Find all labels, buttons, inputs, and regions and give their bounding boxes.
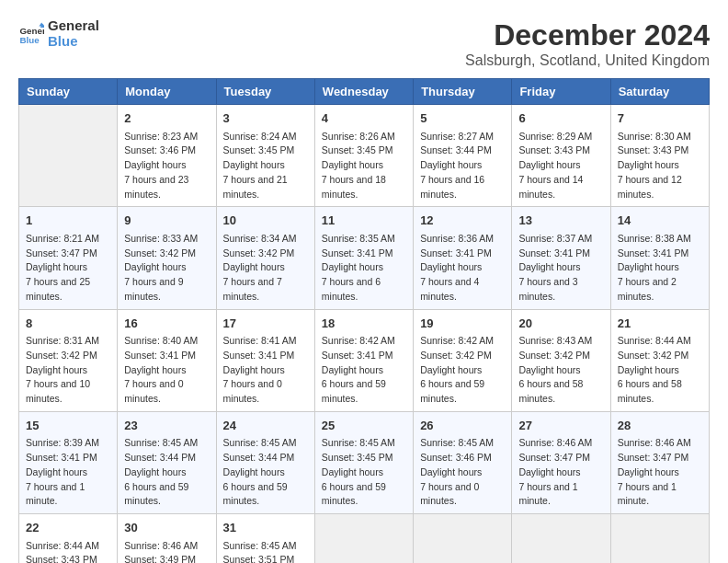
day-number: 12 [420,212,505,230]
day-number: 25 [322,417,406,435]
col-friday: Friday [512,79,610,105]
logo: General Blue General Blue [18,18,99,49]
col-tuesday: Tuesday [216,79,314,105]
day-number: 26 [420,417,505,435]
day-number: 21 [618,315,702,333]
day-number: 20 [518,315,603,333]
calendar-cell: 30Sunrise: 8:46 AMSunset: 3:49 PMDayligh… [118,514,216,564]
day-number: 3 [223,109,308,128]
day-number: 19 [420,315,505,333]
col-saturday: Saturday [610,79,709,105]
day-number: 23 [124,417,209,435]
calendar-cell: 11Sunrise: 8:35 AMSunset: 3:41 PMDayligh… [314,207,413,309]
header-row: Sunday Monday Tuesday Wednesday Thursday… [19,79,710,105]
month-title: December 2024 [465,18,710,52]
calendar-cell: 22Sunrise: 8:44 AMSunset: 3:43 PMDayligh… [19,514,118,564]
calendar-cell [512,514,610,564]
calendar-cell: 5Sunrise: 8:27 AMSunset: 3:44 PMDaylight… [414,105,512,207]
calendar-cell: 20Sunrise: 8:43 AMSunset: 3:42 PMDayligh… [512,309,610,411]
day-number: 30 [124,519,209,537]
calendar-cell: 17Sunrise: 8:41 AMSunset: 3:41 PMDayligh… [216,309,314,411]
calendar-cell: 28Sunrise: 8:46 AMSunset: 3:47 PMDayligh… [610,411,709,513]
calendar-row-3: 8Sunrise: 8:31 AMSunset: 3:42 PMDaylight… [19,309,710,411]
day-number: 14 [618,212,702,230]
page-header: General Blue General Blue December 2024 … [18,18,710,69]
day-number: 5 [420,109,505,128]
calendar-cell: 24Sunrise: 8:45 AMSunset: 3:44 PMDayligh… [216,411,314,513]
calendar-cell: 26Sunrise: 8:45 AMSunset: 3:46 PMDayligh… [414,411,512,513]
calendar-cell: 25Sunrise: 8:45 AMSunset: 3:45 PMDayligh… [314,411,413,513]
day-number: 16 [124,315,209,333]
calendar-cell: 23Sunrise: 8:45 AMSunset: 3:44 PMDayligh… [118,411,216,513]
col-thursday: Thursday [414,79,512,105]
day-number: 31 [223,519,308,537]
calendar-cell: 16Sunrise: 8:40 AMSunset: 3:41 PMDayligh… [118,309,216,411]
calendar-cell [19,105,118,207]
location: Salsburgh, Scotland, United Kingdom [465,52,710,69]
calendar-row-4: 15Sunrise: 8:39 AMSunset: 3:41 PMDayligh… [19,411,710,513]
col-wednesday: Wednesday [314,79,413,105]
day-number: 15 [26,417,110,435]
calendar-cell: 15Sunrise: 8:39 AMSunset: 3:41 PMDayligh… [19,411,118,513]
svg-text:Blue: Blue [19,34,40,44]
calendar-cell: 2Sunrise: 8:23 AMSunset: 3:46 PMDaylight… [118,105,216,207]
day-number: 11 [322,212,406,230]
calendar-cell: 4Sunrise: 8:26 AMSunset: 3:45 PMDaylight… [314,105,413,207]
day-number: 6 [518,109,603,128]
calendar-row-1: 2Sunrise: 8:23 AMSunset: 3:46 PMDaylight… [19,105,710,207]
day-number: 27 [518,417,603,435]
calendar-cell: 31Sunrise: 8:45 AMSunset: 3:51 PMDayligh… [216,514,314,564]
day-number: 22 [26,519,110,537]
calendar-cell [414,514,512,564]
calendar-row-5: 22Sunrise: 8:44 AMSunset: 3:43 PMDayligh… [19,514,710,564]
calendar-cell: 13Sunrise: 8:37 AMSunset: 3:41 PMDayligh… [512,207,610,309]
calendar-cell: 8Sunrise: 8:31 AMSunset: 3:42 PMDaylight… [19,309,118,411]
calendar-cell [314,514,413,564]
calendar-cell: 9Sunrise: 8:33 AMSunset: 3:42 PMDaylight… [118,207,216,309]
calendar-cell: 3Sunrise: 8:24 AMSunset: 3:45 PMDaylight… [216,105,314,207]
calendar-cell: 14Sunrise: 8:38 AMSunset: 3:41 PMDayligh… [610,207,709,309]
title-area: December 2024 Salsburgh, Scotland, Unite… [465,18,710,69]
calendar-table: Sunday Monday Tuesday Wednesday Thursday… [18,78,710,563]
calendar-cell: 10Sunrise: 8:34 AMSunset: 3:42 PMDayligh… [216,207,314,309]
logo-line2: Blue [48,34,99,50]
calendar-cell: 1Sunrise: 8:21 AMSunset: 3:47 PMDaylight… [19,207,118,309]
calendar-cell: 18Sunrise: 8:42 AMSunset: 3:41 PMDayligh… [314,309,413,411]
col-monday: Monday [118,79,216,105]
day-number: 17 [223,315,308,333]
day-number: 28 [618,417,702,435]
calendar-cell: 12Sunrise: 8:36 AMSunset: 3:41 PMDayligh… [414,207,512,309]
day-number: 24 [223,417,308,435]
day-number: 9 [124,212,209,230]
day-number: 7 [618,109,702,128]
calendar-cell: 21Sunrise: 8:44 AMSunset: 3:42 PMDayligh… [610,309,709,411]
calendar-cell: 6Sunrise: 8:29 AMSunset: 3:43 PMDaylight… [512,105,610,207]
calendar-cell [610,514,709,564]
day-number: 2 [124,109,209,128]
day-number: 1 [26,212,110,230]
calendar-cell: 19Sunrise: 8:42 AMSunset: 3:42 PMDayligh… [414,309,512,411]
logo-line1: General [48,18,99,34]
calendar-cell: 27Sunrise: 8:46 AMSunset: 3:47 PMDayligh… [512,411,610,513]
logo-icon: General Blue [18,21,44,47]
day-number: 8 [26,315,110,333]
day-number: 10 [223,212,308,230]
col-sunday: Sunday [19,79,118,105]
day-number: 13 [518,212,603,230]
calendar-cell: 7Sunrise: 8:30 AMSunset: 3:43 PMDaylight… [610,105,709,207]
day-number: 4 [322,109,406,128]
day-number: 18 [322,315,406,333]
calendar-row-2: 1Sunrise: 8:21 AMSunset: 3:47 PMDaylight… [19,207,710,309]
